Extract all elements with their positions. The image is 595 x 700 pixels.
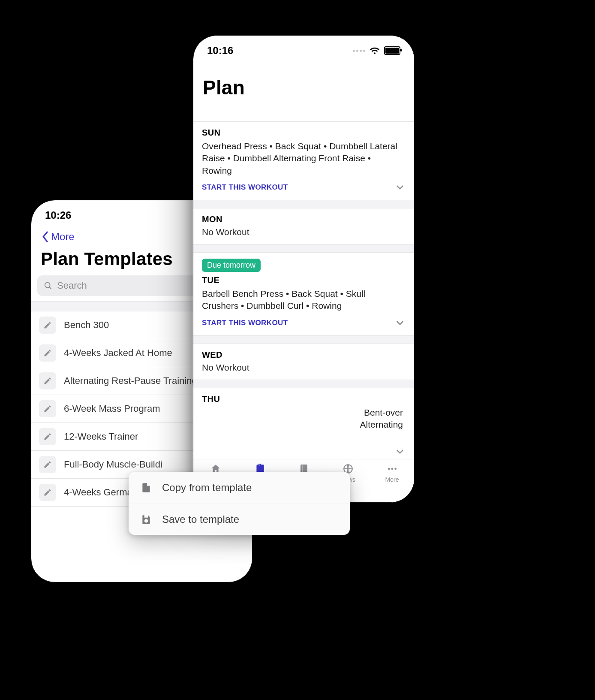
- pencil-icon: [39, 456, 56, 473]
- template-label: 6-Week Mass Program: [64, 403, 160, 414]
- status-time: 10:26: [45, 209, 71, 221]
- battery-icon: [384, 46, 400, 55]
- chevron-down-icon[interactable]: [394, 446, 406, 457]
- no-workout-text: No Workout: [202, 227, 406, 237]
- svg-point-5: [391, 468, 393, 470]
- day-name: MON: [202, 214, 406, 224]
- search-placeholder: Search: [57, 280, 87, 291]
- day-name: TUE: [202, 275, 406, 285]
- chevron-down-icon[interactable]: [394, 182, 406, 193]
- tab-more[interactable]: More: [370, 463, 414, 502]
- cellular-icon: [353, 50, 365, 52]
- svg-point-0: [45, 283, 50, 288]
- tab-label: More: [385, 476, 399, 483]
- day-name: WED: [202, 350, 406, 360]
- pencil-icon: [39, 344, 56, 362]
- day-exercises: Barbell Bench Press • Back Squat • Skull…: [202, 288, 406, 312]
- page-title: Plan: [193, 76, 414, 99]
- pencil-icon: [39, 428, 56, 445]
- back-label: More: [51, 231, 75, 243]
- template-label: Alternating Rest-Pause Training: [64, 375, 197, 386]
- pencil-icon: [39, 372, 56, 389]
- status-time: 10:16: [207, 45, 233, 57]
- section-gap: [193, 244, 414, 253]
- menu-copy-from-template[interactable]: Copy from template: [129, 472, 350, 504]
- day-name: SUN: [202, 128, 406, 138]
- template-label: Bench 300: [64, 320, 109, 331]
- svg-point-6: [394, 468, 397, 470]
- start-workout-button[interactable]: START THIS WORKOUT: [202, 319, 288, 327]
- day-card[interactable]: SUN Overhead Press • Back Squat • Dumbbe…: [193, 122, 414, 200]
- no-workout-text: No Workout: [202, 362, 406, 373]
- day-card[interactable]: MON No Workout: [193, 208, 414, 244]
- section-gap: [193, 200, 414, 208]
- day-card[interactable]: THU Bent-over Alternating: [193, 388, 414, 463]
- phone-plan: 10:16 Plan SUN Overhead Press • Back Squ…: [193, 35, 415, 503]
- search-icon: [43, 281, 53, 290]
- chevron-down-icon[interactable]: [394, 317, 406, 329]
- svg-point-4: [388, 468, 390, 470]
- pencil-icon: [39, 317, 56, 334]
- wifi-icon: [370, 47, 380, 54]
- pencil-icon: [39, 484, 56, 501]
- section-gap: [193, 380, 414, 388]
- template-label: Full-Body Muscle-Buildi: [64, 459, 162, 470]
- day-card[interactable]: WED No Workout: [193, 344, 414, 380]
- more-icon: [386, 463, 398, 475]
- menu-save-to-template[interactable]: Save to template: [129, 504, 350, 535]
- day-exercises: Bent-over Alternating: [202, 407, 406, 431]
- pencil-icon: [39, 400, 56, 417]
- save-icon: [141, 514, 152, 525]
- template-label: 12-Weeks Trainer: [64, 431, 138, 442]
- due-badge: Due tomorrow: [202, 259, 261, 272]
- start-workout-button[interactable]: START THIS WORKOUT: [202, 183, 288, 192]
- template-label: 4-Weeks Jacked At Home: [64, 347, 172, 359]
- day-card[interactable]: Due tomorrow TUE Barbell Bench Press • B…: [193, 253, 414, 335]
- plan-scroll[interactable]: SUN Overhead Press • Back Squat • Dumbbe…: [193, 121, 414, 463]
- section-gap: [193, 335, 414, 344]
- back-button[interactable]: More: [39, 230, 77, 243]
- menu-label: Save to template: [162, 513, 239, 525]
- day-name: THU: [202, 394, 406, 404]
- status-bar: 10:16: [193, 36, 414, 66]
- file-icon: [141, 481, 152, 494]
- chevron-left-icon: [42, 231, 49, 243]
- context-menu: Copy from template Save to template: [129, 472, 350, 535]
- menu-label: Copy from template: [162, 482, 252, 494]
- day-exercises: Overhead Press • Back Squat • Dumbbell L…: [202, 140, 406, 177]
